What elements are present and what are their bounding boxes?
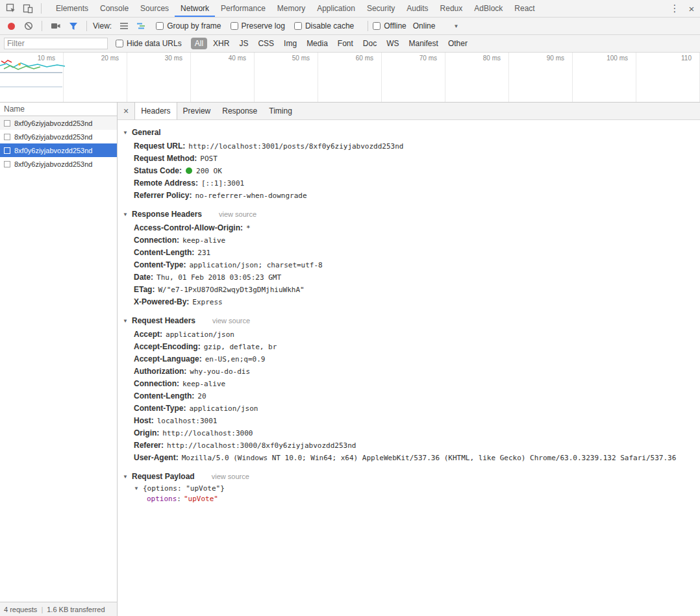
- inspect-element-icon[interactable]: [3, 0, 19, 17]
- panel-tab[interactable]: Network: [175, 0, 215, 17]
- header-name: ETag:: [134, 285, 155, 294]
- throttling-select[interactable]: Online: [413, 21, 436, 31]
- resource-type-filter[interactable]: WS: [382, 38, 403, 49]
- group-by-frame-checkbox[interactable]: Group by frame: [156, 21, 221, 31]
- disclosure-triangle-icon[interactable]: ▼: [123, 212, 129, 217]
- offline-input[interactable]: [373, 22, 381, 30]
- header-value: *: [246, 224, 251, 232]
- request-row[interactable]: 8xf0y6ziyjabvozdd253nd: [0, 116, 117, 130]
- disable-cache-checkbox[interactable]: Disable cache: [294, 21, 354, 31]
- preserve-log-label: Preserve log: [242, 21, 285, 31]
- close-detail-icon[interactable]: ×: [118, 103, 134, 119]
- header-item: Content-Length:231: [123, 247, 695, 259]
- payload-colon: :: [177, 495, 181, 503]
- header-value: http://localhost:3000: [162, 429, 253, 437]
- devtools-window: Elements Console Sources Network Perform…: [0, 0, 700, 616]
- disable-cache-input[interactable]: [294, 22, 302, 30]
- resource-type-filter[interactable]: Img: [280, 38, 301, 49]
- panel-tab[interactable]: Console: [94, 0, 134, 17]
- clear-network-log-icon[interactable]: [24, 21, 33, 31]
- view-source-link[interactable]: view source: [219, 210, 256, 218]
- headers-panel: ▼ General Request URL:http://localhost:3…: [118, 120, 700, 616]
- header-name: Content-Length:: [134, 248, 194, 257]
- disclosure-triangle-icon[interactable]: ▼: [123, 318, 129, 324]
- request-name: 8xf0y6ziyjabvozdd253nd: [14, 119, 92, 127]
- disclosure-triangle-icon[interactable]: ▼: [123, 130, 129, 136]
- header-name: Referer:: [134, 441, 164, 450]
- panel-tab[interactable]: Security: [361, 0, 401, 17]
- hide-data-urls-input[interactable]: [116, 40, 123, 47]
- panel-tab[interactable]: Memory: [271, 0, 311, 17]
- resource-type-filter[interactable]: Other: [444, 38, 471, 49]
- header-item: Connection:keep-alive: [123, 234, 695, 247]
- timeline-tick-label: 40 ms: [191, 53, 255, 102]
- header-item: Content-Length:20: [123, 390, 695, 402]
- preserve-log-checkbox[interactable]: Preserve log: [231, 21, 285, 31]
- detail-tab[interactable]: Timing: [263, 103, 298, 119]
- panel-tab[interactable]: Elements: [50, 0, 94, 17]
- resource-type-filter[interactable]: Font: [334, 38, 357, 49]
- summary-separator: |: [41, 606, 43, 613]
- header-name: Status Code:: [134, 166, 182, 175]
- header-name: Connection:: [134, 236, 179, 245]
- resource-type-filter[interactable]: Media: [303, 38, 332, 49]
- request-row[interactable]: 8xf0y6ziyjabvozdd253nd: [0, 130, 117, 143]
- network-overview[interactable]: 10 ms 20 ms 30 ms 40 ms 50 ms 60 ms 70 m…: [0, 53, 700, 103]
- resource-type-icon: [4, 134, 10, 140]
- resource-type-filter[interactable]: XHR: [209, 38, 233, 49]
- resource-type-filter[interactable]: Doc: [359, 38, 381, 49]
- filter-input[interactable]: [4, 38, 108, 49]
- header-name: Accept-Encoding:: [134, 342, 201, 351]
- panel-tab[interactable]: Redux: [434, 0, 469, 17]
- header-name: X-Powered-By:: [134, 297, 189, 306]
- group-by-frame-input[interactable]: [156, 22, 164, 30]
- column-header-name[interactable]: Name: [0, 103, 117, 116]
- header-name: Connection:: [134, 379, 179, 388]
- header-name: Accept-Language:: [134, 354, 202, 363]
- header-name: User-Agent:: [134, 453, 179, 462]
- view-source-link[interactable]: view source: [212, 317, 250, 325]
- show-overview-icon[interactable]: [136, 22, 147, 30]
- panel-tab[interactable]: React: [508, 0, 540, 17]
- use-small-request-rows-icon[interactable]: [119, 22, 129, 30]
- general-section-title: General: [132, 128, 161, 137]
- more-options-icon[interactable]: ⋮: [666, 0, 683, 17]
- header-value: why-you-do-dis: [190, 367, 250, 376]
- request-list-filler: [0, 171, 117, 602]
- detail-tab[interactable]: Preview: [177, 103, 217, 119]
- request-row[interactable]: 8xf0y6ziyjabvozdd253nd: [0, 157, 117, 171]
- throttling-caret-icon[interactable]: ▼: [453, 23, 458, 29]
- header-value: Mozilla/5.0 (Windows NT 10.0; Win64; x64…: [182, 454, 677, 462]
- panel-tab[interactable]: Application: [311, 0, 361, 17]
- resource-type-filter[interactable]: CSS: [254, 38, 278, 49]
- disclosure-triangle-icon[interactable]: ▼: [134, 486, 140, 491]
- resource-type-filters: All XHR JS CSS Img Media Font Doc WS Man…: [191, 38, 473, 49]
- detail-tab[interactable]: Headers: [134, 103, 177, 119]
- panel-tab[interactable]: Sources: [134, 0, 175, 17]
- detail-tab[interactable]: Response: [216, 103, 263, 119]
- resource-type-filter[interactable]: Manifest: [405, 38, 442, 49]
- device-toolbar-icon[interactable]: [19, 0, 36, 17]
- header-value: Thu, 01 Feb 2018 03:05:23 GMT: [156, 273, 281, 282]
- header-value: http://localhost:3000/8xf0y6ziyjabvozdd2…: [167, 441, 356, 450]
- hide-data-urls-checkbox[interactable]: Hide data URLs: [116, 39, 182, 48]
- filter-icon[interactable]: [69, 22, 78, 31]
- disclosure-triangle-icon[interactable]: ▼: [123, 474, 129, 480]
- record-network-log-button[interactable]: [8, 23, 15, 30]
- header-item: Referer:http://localhost:3000/8xf0y6ziyj…: [123, 439, 695, 452]
- capture-screenshots-icon[interactable]: [51, 22, 61, 30]
- panel-tab[interactable]: Performance: [215, 0, 271, 17]
- view-source-link[interactable]: view source: [212, 473, 249, 480]
- close-devtools-icon[interactable]: ×: [683, 0, 700, 17]
- header-value: keep-alive: [182, 236, 225, 245]
- resource-type-filter[interactable]: JS: [235, 38, 252, 49]
- offline-checkbox[interactable]: Offline: [373, 21, 406, 31]
- request-row[interactable]: 8xf0y6ziyjabvozdd253nd: [0, 143, 117, 157]
- header-value: en-US,en;q=0.9: [205, 355, 266, 363]
- preserve-log-input[interactable]: [231, 22, 238, 30]
- panel-tab[interactable]: AdBlock: [468, 0, 508, 17]
- header-item: Accept:application/json: [123, 328, 695, 341]
- network-filter-bar: Hide data URLs All XHR JS CSS Img Media …: [0, 35, 700, 53]
- panel-tab[interactable]: Audits: [401, 0, 434, 17]
- resource-type-filter[interactable]: All: [191, 38, 207, 49]
